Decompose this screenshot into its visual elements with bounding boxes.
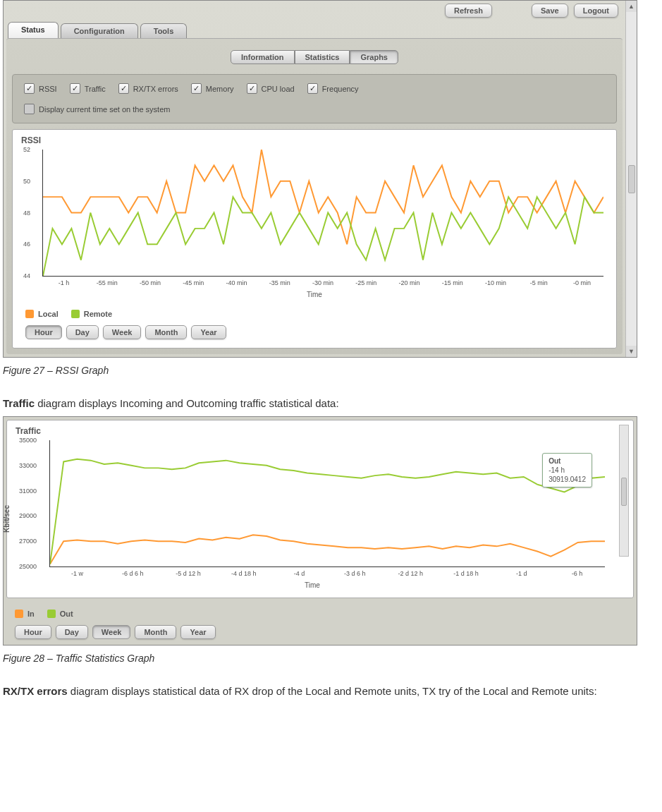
save-button[interactable]: Save <box>532 4 568 18</box>
subtab-graphs[interactable]: Graphs <box>350 50 398 64</box>
chk-memory[interactable]: ✓Memory <box>191 83 234 94</box>
chk-rxtx[interactable]: ✓RX/TX errors <box>118 83 178 94</box>
rxtx-intro-rest: diagram displays statistical data of RX … <box>68 685 597 697</box>
traffic-range-week[interactable]: Week <box>92 625 131 639</box>
rssi-graph-box: RSSI 4446485052 -1 h-55 min-50 min-45 mi… <box>12 129 617 349</box>
traffic-y-label: Kbit/sec <box>3 505 11 533</box>
traffic-x-axis: -1 w-6 d 6 h-5 d 12 h-4 d 18 h-4 d-3 d 6… <box>49 567 605 577</box>
range-month[interactable]: Month <box>145 325 187 339</box>
traffic-range-year[interactable]: Year <box>180 625 215 639</box>
chk-rssi-label: RSSI <box>39 85 57 93</box>
chk-memory-label: Memory <box>206 85 234 93</box>
traffic-legend: In Out <box>15 610 634 618</box>
range-day[interactable]: Day <box>66 325 99 339</box>
rssi-x-label: Time <box>21 291 608 298</box>
rxtx-bold: RX/TX errors <box>3 685 68 697</box>
rssi-range-buttons: Hour Day Week Month Year <box>25 325 608 339</box>
chk-cpu-label: CPU load <box>262 85 295 93</box>
sub-tabs: Information Statistics Graphs <box>12 50 617 64</box>
rssi-screenshot: ▲ ▼ Refresh Save Logout Status Configura… <box>3 0 637 358</box>
traffic-range-hour[interactable]: Hour <box>15 625 51 639</box>
legend-in-label: In <box>27 610 35 618</box>
chk-rssi[interactable]: ✓RSSI <box>24 83 57 94</box>
chk-rxtx-label: RX/TX errors <box>133 85 178 93</box>
legend-local-label: Local <box>38 310 59 318</box>
legend-local: Local <box>25 310 59 318</box>
legend-in: In <box>15 610 35 618</box>
legend-remote-label: Remote <box>84 310 112 318</box>
traffic-range-month[interactable]: Month <box>135 625 176 639</box>
tooltip-line1: -14 h <box>548 466 586 475</box>
chk-frequency[interactable]: ✓Frequency <box>307 83 359 94</box>
chk-traffic[interactable]: ✓Traffic <box>70 83 106 94</box>
traffic-range-buttons: Hour Day Week Month Year <box>15 625 634 639</box>
traffic-intro-rest: diagram displays Incoming and Outcoming … <box>35 397 339 409</box>
chk-display-time-label: Display current time set on the system <box>39 105 170 114</box>
tab-configuration[interactable]: Configuration <box>61 23 138 38</box>
chk-traffic-label: Traffic <box>85 85 106 93</box>
outer-scrollbar[interactable]: ▲ ▼ <box>625 1 637 357</box>
traffic-screenshot: Traffic Kbit/sec 25000270002900031000330… <box>3 416 637 646</box>
traffic-scrollbar[interactable] <box>619 425 629 557</box>
tab-tools[interactable]: Tools <box>140 23 188 38</box>
rxtx-intro-text: RX/TX errors diagram displays statistica… <box>3 684 659 698</box>
scroll-thumb[interactable] <box>628 165 635 193</box>
graph-controls: ✓RSSI ✓Traffic ✓RX/TX errors ✓Memory ✓CP… <box>12 74 617 123</box>
main-tabs: Status Configuration Tools <box>4 23 625 38</box>
subtab-statistics[interactable]: Statistics <box>295 50 350 64</box>
subtab-information[interactable]: Information <box>231 50 295 64</box>
range-year[interactable]: Year <box>191 325 226 339</box>
legend-remote: Remote <box>71 310 112 318</box>
top-button-bar: Refresh Save Logout <box>4 1 625 18</box>
traffic-intro-text: Traffic diagram displays Incoming and Ou… <box>3 396 659 411</box>
main-panel: Information Statistics Graphs ✓RSSI ✓Tra… <box>6 38 623 354</box>
logout-button[interactable]: Logout <box>574 4 618 18</box>
legend-out: Out <box>47 610 73 618</box>
traffic-graph-box: Traffic Kbit/sec 25000270002900031000330… <box>6 420 634 598</box>
scroll-down-icon[interactable]: ▼ <box>626 346 637 357</box>
range-week[interactable]: Week <box>103 325 142 339</box>
chk-cpu[interactable]: ✓CPU load <box>247 83 295 94</box>
traffic-scroll-thumb[interactable] <box>621 478 627 506</box>
traffic-range-day[interactable]: Day <box>56 625 88 639</box>
chk-display-time[interactable]: Display current time set on the system <box>24 104 170 114</box>
scroll-up-icon[interactable]: ▲ <box>626 1 637 12</box>
tab-status[interactable]: Status <box>8 22 59 38</box>
traffic-chart-title: Traffic <box>16 426 609 436</box>
tooltip-title: Out <box>548 456 586 466</box>
rssi-chart-title: RSSI <box>21 135 608 145</box>
traffic-chart-area: 250002700029000310003300035000 Out -14 h… <box>49 440 605 567</box>
chk-frequency-label: Frequency <box>322 85 359 93</box>
legend-out-label: Out <box>60 610 73 618</box>
traffic-chart-svg <box>50 440 605 566</box>
range-hour[interactable]: Hour <box>25 325 62 339</box>
checkbox-row: ✓RSSI ✓Traffic ✓RX/TX errors ✓Memory ✓CP… <box>24 83 605 94</box>
rssi-legend: Local Remote <box>25 310 608 318</box>
rssi-chart-svg <box>43 150 603 276</box>
rssi-x-axis: -1 h-55 min-50 min-45 min-40 min-35 min-… <box>42 277 603 286</box>
tooltip-line2: 30919.0412 <box>548 475 586 484</box>
traffic-bold: Traffic <box>3 397 35 409</box>
refresh-button[interactable]: Refresh <box>445 4 492 18</box>
rssi-chart-area: 4446485052 <box>42 150 603 277</box>
traffic-x-label: Time <box>16 581 609 589</box>
figure-28-caption: Figure 28 – Traffic Statistics Graph <box>3 653 662 664</box>
figure-27-caption: Figure 27 – RSSI Graph <box>3 365 662 376</box>
traffic-tooltip: Out -14 h 30919.0412 <box>542 453 592 487</box>
